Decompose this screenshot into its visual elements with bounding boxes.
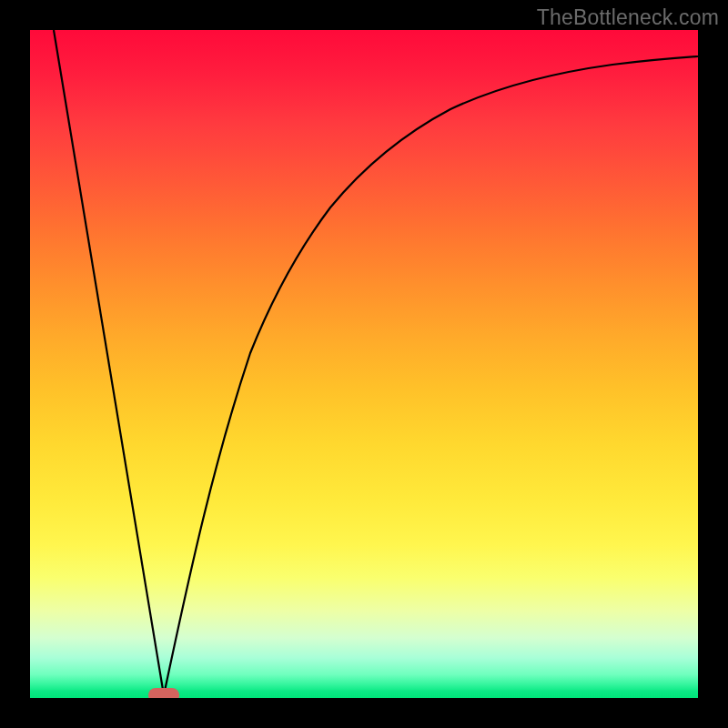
left-branch-line (54, 30, 164, 695)
right-branch-line (164, 56, 698, 695)
curve-layer (30, 30, 698, 698)
bottleneck-marker (148, 688, 179, 698)
chart-frame: TheBottleneck.com (0, 0, 728, 728)
plot-area (30, 30, 698, 698)
watermark-text: TheBottleneck.com (537, 5, 719, 30)
